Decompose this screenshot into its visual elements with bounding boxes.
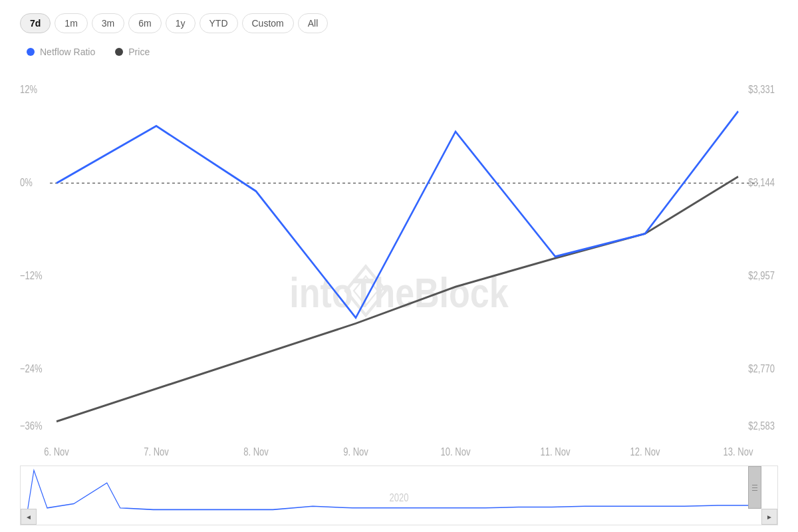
scroll-lines: [752, 485, 757, 491]
time-btn-1m[interactable]: 1m: [55, 13, 87, 33]
netflow-dot: [27, 48, 35, 56]
app-container: 7d 1m 3m 6m 1y YTD Custom All Netflow Ra…: [0, 0, 798, 532]
y-axis-right-2770: $2,770: [748, 363, 775, 375]
mini-scroll-handle[interactable]: [748, 466, 761, 509]
y-axis-right-3331: $3,331: [748, 84, 775, 96]
x-axis-11nov: 11. Nov: [541, 446, 571, 458]
mini-nav-right-btn[interactable]: ►: [761, 509, 777, 525]
y-axis-left-neg24: −24%: [20, 363, 43, 375]
time-btn-all[interactable]: All: [298, 13, 329, 33]
mini-nav-left-btn[interactable]: ◄: [21, 509, 37, 525]
legend-netflow: Netflow Ratio: [27, 47, 95, 57]
mini-chart-svg: 2020: [21, 466, 777, 525]
mini-chart-year-label: 2020: [390, 491, 409, 503]
scroll-line-1: [752, 485, 757, 485]
price-dot: [115, 48, 123, 56]
x-axis-13nov: 13. Nov: [724, 446, 753, 458]
time-btn-3m[interactable]: 3m: [92, 13, 124, 33]
time-range-toolbar: 7d 1m 3m 6m 1y YTD Custom All: [20, 13, 778, 33]
legend-price: Price: [115, 47, 150, 57]
x-axis-12nov: 12. Nov: [630, 446, 660, 458]
scroll-line-2: [752, 487, 757, 488]
x-axis-9nov: 9. Nov: [343, 446, 368, 458]
x-axis-6nov: 6. Nov: [44, 446, 69, 458]
time-btn-6m[interactable]: 6m: [128, 13, 161, 33]
scroll-line-3: [752, 490, 757, 491]
y-axis-right-2957: $2,957: [748, 270, 775, 282]
time-btn-7d[interactable]: 7d: [20, 13, 51, 33]
chart-legend: Netflow Ratio Price: [20, 47, 778, 57]
time-btn-ytd[interactable]: YTD: [200, 13, 238, 33]
price-label: Price: [128, 47, 150, 57]
y-axis-left-12: 12%: [20, 84, 37, 96]
chart-wrapper: 12% 0% −12% −24% −36% $3,331 $3,144 $2,9…: [20, 70, 778, 462]
y-axis-left-neg36: −36%: [20, 420, 43, 432]
y-axis-left-0: 0%: [20, 177, 33, 189]
mini-chart-container: 2020 ◄ ►: [20, 466, 778, 525]
x-axis-7nov: 7. Nov: [144, 446, 169, 458]
y-axis-left-neg12: −12%: [20, 270, 43, 282]
y-axis-right-2583: $2,583: [748, 420, 775, 432]
main-chart-svg: 12% 0% −12% −24% −36% $3,331 $3,144 $2,9…: [20, 70, 778, 462]
time-btn-1y[interactable]: 1y: [166, 13, 196, 33]
x-axis-8nov: 8. Nov: [243, 446, 269, 458]
x-axis-10nov: 10. Nov: [441, 446, 471, 458]
main-chart-area: 12% 0% −12% −24% −36% $3,331 $3,144 $2,9…: [20, 70, 778, 462]
netflow-label: Netflow Ratio: [40, 47, 95, 57]
time-btn-custom[interactable]: Custom: [242, 13, 294, 33]
